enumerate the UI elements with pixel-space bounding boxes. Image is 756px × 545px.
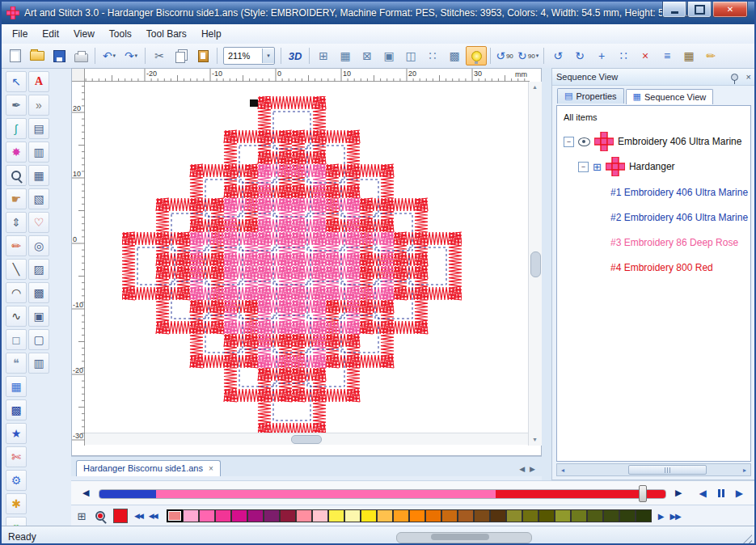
select-tool[interactable]: ↖ xyxy=(6,71,27,92)
fill-rect-tool[interactable]: ▦ xyxy=(6,376,27,397)
pan-tool[interactable]: ☛ xyxy=(6,188,27,209)
simulator-play-icon[interactable]: ▶ xyxy=(736,488,743,499)
simulator-step-back-icon[interactable]: ◀ xyxy=(82,488,89,498)
zoom-tool[interactable] xyxy=(6,165,27,186)
zoom-dropdown-icon[interactable]: ▾ xyxy=(262,49,274,63)
horizontal-scroll-thumb[interactable] xyxy=(291,435,322,444)
print-button[interactable] xyxy=(70,46,91,65)
star-tool[interactable]: ★ xyxy=(6,423,27,444)
show-density-button[interactable]: ▩ xyxy=(444,46,465,65)
show-points-button[interactable]: ∷ xyxy=(422,46,443,65)
resize-grip[interactable] xyxy=(741,534,752,545)
vertical-scrollbar[interactable]: ▲ ▼ xyxy=(528,82,542,446)
redo-button[interactable]: ↷▾ xyxy=(120,46,141,65)
reshape-tool[interactable]: ✒ xyxy=(6,95,27,116)
expander-icon[interactable]: − xyxy=(578,162,589,172)
thread-swatch-25[interactable] xyxy=(555,509,571,522)
dropdown-arrow-icon[interactable]: ▾ xyxy=(113,53,116,59)
thread-swatch-7[interactable] xyxy=(264,509,280,522)
palette-back-icon[interactable]: ◀◀ xyxy=(149,512,157,520)
dropdown-arrow-icon[interactable]: ▾ xyxy=(536,53,539,59)
rotate-left-90-button[interactable]: ↺90 xyxy=(494,46,515,65)
settings-tool[interactable]: ⚙ xyxy=(6,470,27,491)
copy-button[interactable] xyxy=(171,46,192,65)
scroll-up-icon[interactable]: ▲ xyxy=(529,82,541,93)
measure-tool[interactable]: ⇕ xyxy=(6,212,27,233)
show-stitches-button[interactable]: ▦ xyxy=(335,46,356,65)
simulator-progress-track[interactable] xyxy=(99,489,666,499)
menu-file[interactable]: File xyxy=(5,25,35,43)
tab-sequence-view[interactable]: ▦ Sequence View xyxy=(626,89,714,104)
document-tab-close-icon[interactable]: × xyxy=(209,464,213,473)
panel-scrollbar[interactable]: ◂ ▸ xyxy=(556,463,751,476)
thread-swatch-1[interactable] xyxy=(167,509,183,522)
edit-stitch-button[interactable]: ✏ xyxy=(700,46,721,65)
pencil-tool[interactable]: ✏ xyxy=(6,235,27,256)
embroidery-design[interactable] xyxy=(122,96,462,436)
thread-swatch-8[interactable] xyxy=(280,509,296,522)
show-grid-button[interactable]: ⊞ xyxy=(313,46,334,65)
thread-swatch-2[interactable] xyxy=(183,509,199,522)
thread-swatch-14[interactable] xyxy=(377,509,393,522)
rotate-free-right-button[interactable]: ↻ xyxy=(569,46,590,65)
stitch-pattern-7[interactable]: ▣ xyxy=(28,306,49,327)
simulator-slider-handle[interactable] xyxy=(639,485,647,502)
thread-swatch-11[interactable] xyxy=(328,509,344,522)
thread-swatch-9[interactable] xyxy=(296,509,312,522)
paste-button[interactable] xyxy=(192,46,213,65)
save-button[interactable] xyxy=(49,46,70,65)
more-tools-arrow[interactable]: » xyxy=(28,95,49,116)
panel-splitter[interactable] xyxy=(542,68,551,480)
document-tab[interactable]: Hardanger Biscornu side1.ans × xyxy=(76,460,221,476)
applique-tool[interactable]: ▩ xyxy=(6,399,27,420)
stitch-pattern-2[interactable]: ▥ xyxy=(28,142,49,163)
thread-swatch-26[interactable] xyxy=(571,509,587,522)
simulator-pause-icon[interactable] xyxy=(718,489,724,497)
horizontal-scrollbar[interactable] xyxy=(85,433,528,445)
thread-swatch-30[interactable] xyxy=(636,509,652,522)
status-scroll-thumb[interactable] xyxy=(431,534,489,540)
menu-view[interactable]: View xyxy=(66,25,102,43)
thread-swatch-13[interactable] xyxy=(361,509,377,522)
new-file-button[interactable] xyxy=(5,46,26,65)
thread-swatch-29[interactable] xyxy=(619,509,636,522)
visibility-eye-icon[interactable] xyxy=(578,137,590,146)
palette-find-color-button[interactable] xyxy=(92,508,108,524)
palette-forward-icon[interactable]: ▶ xyxy=(658,512,664,521)
knife-tool[interactable]: ✄ xyxy=(6,446,27,467)
show-hoop-button[interactable]: ▣ xyxy=(378,46,399,65)
vertical-scroll-thumb[interactable] xyxy=(530,251,541,277)
magic-wand-tool[interactable]: ✸ xyxy=(6,142,27,163)
delete-button[interactable]: × xyxy=(635,46,656,65)
thread-swatch-16[interactable] xyxy=(409,509,425,522)
thread-swatch-21[interactable] xyxy=(490,509,506,522)
stitch-pattern-9[interactable]: ▥ xyxy=(28,353,49,374)
simulator-prev-icon[interactable]: ◀ xyxy=(699,488,707,499)
stitch-pattern-1[interactable]: ▤ xyxy=(28,118,49,139)
thread-swatch-3[interactable] xyxy=(199,509,215,522)
undo-button[interactable]: ↶▾ xyxy=(99,46,120,65)
zoom-combo[interactable]: 211%▾ xyxy=(223,47,275,65)
cut-button[interactable]: ✂ xyxy=(149,46,170,65)
thread-swatch-6[interactable] xyxy=(247,509,264,522)
pin-icon[interactable] xyxy=(731,74,738,81)
show-artboard-button[interactable]: ◫ xyxy=(400,46,421,65)
tree-child-row[interactable]: − ⊞ Hardanger xyxy=(578,155,750,178)
menu-edit[interactable]: Edit xyxy=(35,25,66,43)
simulator-step-forward-icon[interactable]: ▶ xyxy=(675,488,682,498)
rotate-right-90-button[interactable]: ↻90▾ xyxy=(516,46,540,65)
show-outlines-button[interactable]: ⊠ xyxy=(357,46,378,65)
panel-close-icon[interactable]: × xyxy=(746,72,751,82)
stitch-pattern-5[interactable]: ▨ xyxy=(28,259,49,280)
thread-swatch-23[interactable] xyxy=(522,509,538,522)
stitch-pattern-8[interactable]: ▢ xyxy=(28,329,49,350)
palette-fast-forward-icon[interactable]: ▶▶ xyxy=(669,512,680,521)
magic-toolbox-tool[interactable]: ✱ xyxy=(6,493,27,514)
status-scrollbar[interactable] xyxy=(396,532,532,543)
thread-swatch-12[interactable] xyxy=(344,509,361,522)
freehand-tool[interactable]: ∫ xyxy=(6,118,27,139)
panel-scroll-thumb[interactable] xyxy=(628,465,707,475)
current-thread-swatch[interactable] xyxy=(113,509,128,523)
stitch-pattern-4[interactable]: ▧ xyxy=(28,188,49,209)
thread-swatch-24[interactable] xyxy=(538,509,555,522)
